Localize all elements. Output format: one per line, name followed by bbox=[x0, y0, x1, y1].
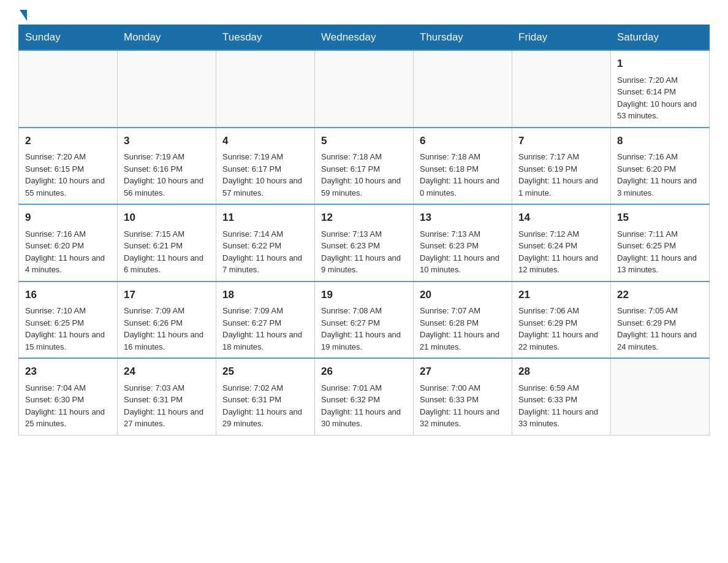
day-of-week-header: Tuesday bbox=[216, 25, 315, 51]
daylight-text: Daylight: 11 hours and 1 minute. bbox=[518, 176, 598, 197]
sunrise-text: Sunrise: 7:13 AM bbox=[321, 229, 382, 239]
day-number: 11 bbox=[222, 210, 308, 226]
sunset-text: Sunset: 6:29 PM bbox=[518, 318, 577, 327]
calendar-cell: 5Sunrise: 7:18 AMSunset: 6:17 PMDaylight… bbox=[315, 128, 414, 205]
day-number: 8 bbox=[617, 133, 703, 149]
sunrise-text: Sunrise: 7:19 AM bbox=[222, 152, 283, 161]
calendar-cell bbox=[414, 50, 512, 128]
sunrise-text: Sunrise: 7:07 AM bbox=[420, 306, 480, 315]
day-number: 10 bbox=[124, 210, 210, 226]
daylight-text: Daylight: 10 hours and 57 minutes. bbox=[222, 176, 302, 197]
sunrise-text: Sunrise: 7:02 AM bbox=[222, 383, 283, 393]
sunrise-text: Sunrise: 7:11 AM bbox=[617, 229, 678, 239]
calendar-cell bbox=[611, 358, 710, 435]
daylight-text: Daylight: 11 hours and 22 minutes. bbox=[518, 330, 598, 351]
sunrise-text: Sunrise: 7:14 AM bbox=[222, 229, 283, 239]
day-number: 3 bbox=[124, 133, 210, 149]
sunrise-text: Sunrise: 7:17 AM bbox=[518, 152, 579, 161]
calendar-cell: 9Sunrise: 7:16 AMSunset: 6:20 PMDaylight… bbox=[19, 204, 118, 282]
day-of-week-header: Sunday bbox=[19, 25, 118, 51]
day-number: 12 bbox=[321, 210, 407, 226]
calendar-cell bbox=[19, 50, 118, 128]
sunset-text: Sunset: 6:31 PM bbox=[124, 395, 183, 404]
day-number: 19 bbox=[321, 287, 407, 303]
calendar-week-row: 1Sunrise: 7:20 AMSunset: 6:14 PMDaylight… bbox=[19, 50, 710, 128]
logo-arrow-icon bbox=[20, 10, 27, 21]
daylight-text: Daylight: 10 hours and 55 minutes. bbox=[25, 176, 105, 197]
calendar-cell: 11Sunrise: 7:14 AMSunset: 6:22 PMDayligh… bbox=[216, 204, 315, 282]
page-header bbox=[18, 12, 710, 18]
day-number: 15 bbox=[617, 210, 703, 226]
day-number: 14 bbox=[518, 210, 604, 226]
day-of-week-header: Saturday bbox=[611, 25, 710, 51]
calendar-week-row: 2Sunrise: 7:20 AMSunset: 6:15 PMDaylight… bbox=[19, 128, 710, 205]
day-number: 27 bbox=[420, 364, 506, 380]
daylight-text: Daylight: 11 hours and 10 minutes. bbox=[420, 253, 499, 275]
sunset-text: Sunset: 6:29 PM bbox=[617, 318, 676, 327]
calendar-cell: 14Sunrise: 7:12 AMSunset: 6:24 PMDayligh… bbox=[512, 204, 611, 282]
daylight-text: Daylight: 11 hours and 16 minutes. bbox=[124, 330, 203, 351]
calendar-cell bbox=[512, 50, 611, 128]
daylight-text: Daylight: 11 hours and 33 minutes. bbox=[518, 407, 598, 429]
day-of-week-header: Thursday bbox=[414, 25, 512, 51]
sunset-text: Sunset: 6:16 PM bbox=[124, 164, 183, 174]
day-number: 21 bbox=[518, 287, 604, 303]
sunrise-text: Sunrise: 7:18 AM bbox=[420, 152, 480, 161]
calendar-cell: 25Sunrise: 7:02 AMSunset: 6:31 PMDayligh… bbox=[216, 358, 315, 435]
day-number: 17 bbox=[124, 287, 210, 303]
sunset-text: Sunset: 6:14 PM bbox=[617, 87, 676, 96]
daylight-text: Daylight: 11 hours and 24 minutes. bbox=[617, 330, 697, 351]
sunrise-text: Sunrise: 7:15 AM bbox=[124, 229, 184, 239]
sunset-text: Sunset: 6:33 PM bbox=[420, 395, 479, 404]
sunrise-text: Sunrise: 7:16 AM bbox=[25, 229, 86, 239]
sunset-text: Sunset: 6:30 PM bbox=[25, 395, 84, 404]
sunrise-text: Sunrise: 7:05 AM bbox=[617, 306, 678, 315]
sunset-text: Sunset: 6:20 PM bbox=[25, 241, 84, 250]
daylight-text: Daylight: 11 hours and 18 minutes. bbox=[222, 330, 302, 351]
day-number: 25 bbox=[222, 364, 308, 380]
calendar-cell: 13Sunrise: 7:13 AMSunset: 6:23 PMDayligh… bbox=[414, 204, 512, 282]
sunrise-text: Sunrise: 7:16 AM bbox=[617, 152, 678, 161]
sunset-text: Sunset: 6:26 PM bbox=[124, 318, 183, 327]
sunset-text: Sunset: 6:33 PM bbox=[518, 395, 577, 404]
daylight-text: Daylight: 10 hours and 53 minutes. bbox=[617, 99, 697, 121]
calendar-cell: 3Sunrise: 7:19 AMSunset: 6:16 PMDaylight… bbox=[118, 128, 216, 205]
sunset-text: Sunset: 6:17 PM bbox=[321, 164, 380, 174]
calendar-cell: 16Sunrise: 7:10 AMSunset: 6:25 PMDayligh… bbox=[19, 282, 118, 359]
sunset-text: Sunset: 6:20 PM bbox=[617, 164, 676, 174]
sunset-text: Sunset: 6:27 PM bbox=[321, 318, 380, 327]
sunrise-text: Sunrise: 7:09 AM bbox=[124, 306, 184, 315]
sunset-text: Sunset: 6:15 PM bbox=[25, 164, 84, 174]
sunrise-text: Sunrise: 7:04 AM bbox=[25, 383, 86, 393]
sunset-text: Sunset: 6:19 PM bbox=[518, 164, 577, 174]
day-number: 13 bbox=[420, 210, 506, 226]
daylight-text: Daylight: 11 hours and 4 minutes. bbox=[25, 253, 105, 275]
day-number: 6 bbox=[420, 133, 506, 149]
calendar-cell: 6Sunrise: 7:18 AMSunset: 6:18 PMDaylight… bbox=[414, 128, 512, 205]
sunrise-text: Sunrise: 7:00 AM bbox=[420, 383, 480, 393]
calendar-cell bbox=[216, 50, 315, 128]
day-number: 26 bbox=[321, 364, 407, 380]
day-number: 16 bbox=[25, 287, 111, 303]
calendar-week-row: 23Sunrise: 7:04 AMSunset: 6:30 PMDayligh… bbox=[19, 358, 710, 435]
calendar-cell: 4Sunrise: 7:19 AMSunset: 6:17 PMDaylight… bbox=[216, 128, 315, 205]
calendar-week-row: 9Sunrise: 7:16 AMSunset: 6:20 PMDaylight… bbox=[19, 204, 710, 282]
calendar-cell: 17Sunrise: 7:09 AMSunset: 6:26 PMDayligh… bbox=[118, 282, 216, 359]
calendar-cell: 7Sunrise: 7:17 AMSunset: 6:19 PMDaylight… bbox=[512, 128, 611, 205]
calendar-cell: 23Sunrise: 7:04 AMSunset: 6:30 PMDayligh… bbox=[19, 358, 118, 435]
sunset-text: Sunset: 6:17 PM bbox=[222, 164, 281, 174]
calendar-cell bbox=[118, 50, 216, 128]
calendar-cell: 19Sunrise: 7:08 AMSunset: 6:27 PMDayligh… bbox=[315, 282, 414, 359]
calendar-cell: 18Sunrise: 7:09 AMSunset: 6:27 PMDayligh… bbox=[216, 282, 315, 359]
calendar-cell bbox=[315, 50, 414, 128]
day-of-week-header: Monday bbox=[118, 25, 216, 51]
sunset-text: Sunset: 6:28 PM bbox=[420, 318, 479, 327]
sunset-text: Sunset: 6:27 PM bbox=[222, 318, 281, 327]
day-number: 4 bbox=[222, 133, 308, 149]
sunrise-text: Sunrise: 7:01 AM bbox=[321, 383, 382, 393]
day-number: 2 bbox=[25, 133, 111, 149]
sunrise-text: Sunrise: 7:08 AM bbox=[321, 306, 382, 315]
sunrise-text: Sunrise: 7:20 AM bbox=[25, 152, 86, 161]
calendar-cell: 22Sunrise: 7:05 AMSunset: 6:29 PMDayligh… bbox=[611, 282, 710, 359]
calendar-cell: 26Sunrise: 7:01 AMSunset: 6:32 PMDayligh… bbox=[315, 358, 414, 435]
